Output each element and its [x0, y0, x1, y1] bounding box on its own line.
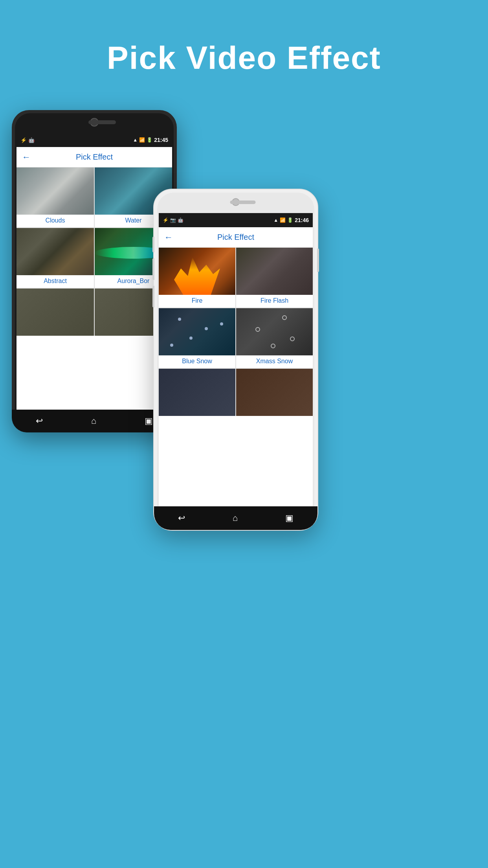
snow-dot-3 [189, 337, 193, 340]
white-status-icons-right: ▲ 📶 🔋 21:46 [273, 217, 309, 223]
phone-white: ⚡ 📷 🤖 ▲ 📶 🔋 21:46 ← Pick Effect [153, 189, 318, 531]
effect-thumb-fire [159, 248, 235, 295]
signal-icon: 📶 [139, 137, 145, 143]
effect-item-xmas-snow[interactable]: Xmass Snow [236, 308, 313, 368]
effect-label-clouds: Clouds [46, 215, 65, 227]
effect-item-fire-flash[interactable]: Fire Flash [236, 248, 313, 307]
white-battery-icon: 🔋 [287, 217, 293, 223]
page-title: Pick Video Effect [0, 0, 488, 76]
xmas-dot-3 [290, 337, 295, 341]
fire-shape [174, 257, 220, 295]
white-status-bar: ⚡ 📷 🤖 ▲ 📶 🔋 21:46 [159, 213, 313, 227]
fire-thumbnail [159, 248, 235, 295]
effect-label-fire-flash: Fire Flash [261, 295, 288, 307]
white-android-icon: 🤖 [178, 217, 183, 223]
white-wifi-icon: ▲ [273, 217, 278, 223]
white-nav-recents[interactable]: ▣ [285, 513, 294, 523]
effect-item-clouds[interactable]: Clouds [17, 167, 94, 227]
white-phone-speaker [230, 200, 256, 204]
black-status-bar: ⚡ 🤖 ▲ 📶 🔋 21:45 [17, 133, 172, 147]
black-app-bar: ← Pick Effect [17, 147, 172, 167]
effect-thumb-xmas-snow [236, 308, 313, 355]
snow-dot-5 [220, 322, 223, 326]
white-app-bar-title: Pick Effect [217, 233, 254, 242]
black-nav-home[interactable]: ⌂ [91, 416, 96, 426]
black-nav-recents[interactable]: ▣ [145, 416, 153, 426]
xmas-dot-1 [282, 315, 287, 320]
black-phone-time: 21:45 [154, 137, 168, 143]
xmas-dot-4 [271, 344, 275, 348]
wifi-icon: ▲ [133, 137, 138, 143]
effect-thumb-partial1 [17, 289, 94, 336]
effect-thumb-blue-snow [159, 308, 235, 355]
effect-label-water: Water [125, 215, 141, 227]
fire-flash-thumbnail [236, 248, 313, 295]
effect-thumb-fire-flash [236, 248, 313, 295]
android-icon: 🤖 [28, 137, 35, 143]
xmas-snow-thumbnail [236, 308, 313, 355]
effect-thumb-abstract [17, 228, 94, 275]
status-icons-left: ⚡ 🤖 [20, 137, 35, 143]
usb-icon: ⚡ [20, 137, 27, 143]
effect-thumb-clouds [17, 167, 94, 215]
power-button [317, 248, 319, 272]
black-app-bar-title: Pick Effect [76, 153, 113, 162]
black-phone-speaker [88, 120, 116, 124]
white-nav-home[interactable]: ⌂ [233, 513, 238, 523]
effect-item-fire[interactable]: Fire [159, 248, 235, 307]
black-nav-back[interactable]: ↩ [36, 416, 43, 426]
partial-w1-thumbnail [159, 369, 235, 416]
snow-dot-1 [178, 318, 181, 321]
effect-thumb-partial-w2 [236, 369, 313, 416]
white-phone-screen: ⚡ 📷 🤖 ▲ 📶 🔋 21:46 ← Pick Effect [159, 213, 313, 506]
white-screen-icon: 📷 [170, 217, 176, 223]
phone-black: ⚡ 🤖 ▲ 📶 🔋 21:45 ← Pick Effect [12, 110, 177, 432]
partial1-thumbnail [17, 289, 94, 336]
mute-button [152, 237, 154, 252]
black-back-button[interactable]: ← [22, 152, 31, 162]
effect-label-aurora: Aurora_Bor [117, 275, 150, 288]
volume-up-button [152, 258, 154, 280]
battery-icon: 🔋 [147, 137, 152, 143]
xmas-dot-2 [255, 327, 260, 332]
effect-label-xmas-snow: Xmass Snow [256, 355, 293, 368]
white-usb-icon: ⚡ [163, 217, 169, 223]
effect-item-partial-w2[interactable] [236, 369, 313, 416]
effect-label-blue-snow: Blue Snow [182, 355, 212, 368]
white-signal-icon: 📶 [280, 217, 286, 223]
effect-thumb-partial-w1 [159, 369, 235, 416]
clouds-thumbnail [17, 167, 94, 215]
white-phone-time: 21:46 [295, 217, 309, 223]
partial-w2-thumbnail [236, 369, 313, 416]
white-back-button[interactable]: ← [164, 232, 173, 243]
white-status-icons-left: ⚡ 📷 🤖 [163, 217, 183, 223]
white-nav-back[interactable]: ↩ [178, 513, 185, 523]
snow-dot-4 [170, 344, 173, 347]
snow-dot-2 [205, 327, 208, 330]
white-effect-grid: Fire Fire Flash [159, 248, 313, 416]
volume-down-button [152, 286, 154, 307]
effect-item-abstract[interactable]: Abstract [17, 228, 94, 288]
effect-item-blue-snow[interactable]: Blue Snow [159, 308, 235, 368]
abstract-thumbnail [17, 228, 94, 275]
status-icons-right: ▲ 📶 🔋 21:45 [133, 137, 168, 143]
black-effect-grid: Clouds Water Abstract [17, 167, 172, 336]
white-app-bar: ← Pick Effect [159, 227, 313, 248]
blue-snow-thumbnail [159, 308, 235, 355]
effect-label-fire: Fire [192, 295, 203, 307]
white-nav-bar: ↩ ⌂ ▣ [154, 506, 317, 530]
effect-item-partial1[interactable] [17, 289, 94, 336]
black-phone-screen: ⚡ 🤖 ▲ 📶 🔋 21:45 ← Pick Effect [17, 133, 172, 410]
black-nav-bar: ↩ ⌂ ▣ [12, 410, 177, 432]
effect-label-abstract: Abstract [44, 275, 67, 288]
effect-item-partial-w1[interactable] [159, 369, 235, 416]
